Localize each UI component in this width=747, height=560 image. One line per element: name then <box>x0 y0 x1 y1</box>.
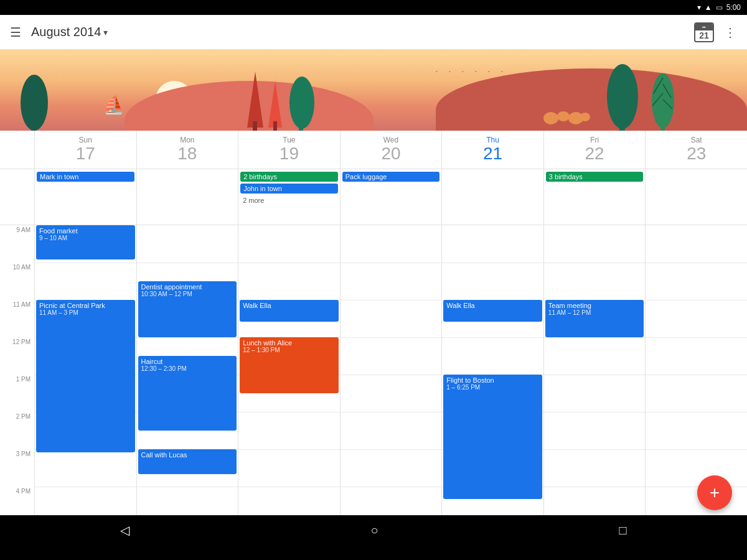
allday-sat <box>645 169 747 225</box>
allday-row: Mark in town 2 birthdays John in town 2 … <box>0 169 747 225</box>
header-illustration: ⛵ <box>0 50 747 131</box>
event-time: 11 AM – 12 PM <box>548 309 641 316</box>
today-button[interactable]: ▪▪ 21 <box>694 22 714 42</box>
hill2 <box>436 68 747 131</box>
event-flight-boston[interactable]: Flight to Boston 1 – 6:25 PM <box>443 375 542 499</box>
event-lunch-alice[interactable]: Lunch with Alice 12 – 1:30 PM <box>240 337 339 393</box>
home-button[interactable]: ○ <box>370 523 378 538</box>
allday-fri: 3 birthdays <box>543 169 646 225</box>
allday-mon <box>136 169 238 225</box>
day-num-sun: 17 <box>37 144 134 164</box>
event-title: Dentist appointment <box>141 283 234 291</box>
hour-line <box>238 487 340 487</box>
day-name-tue: Tue <box>241 136 337 144</box>
hour-line <box>137 337 238 338</box>
time-10am: 10 AM <box>0 263 34 300</box>
svg-point-8 <box>607 64 638 129</box>
event-team-meeting[interactable]: Team meeting 11 AM – 12 PM <box>545 300 644 337</box>
event-3-birthdays-fri[interactable]: 3 birthdays <box>546 172 644 182</box>
event-title: Food market <box>39 227 132 235</box>
hour-line <box>341 375 442 375</box>
app-container: ☰ August 2014 ▾ ▪▪ 21 ⋮ ⛵ <box>0 15 747 545</box>
day-headers: Sun 17 Mon 18 Tue 19 Wed 20 Thu 21 Fri 2… <box>0 131 747 169</box>
event-title: Haircut <box>141 358 234 365</box>
hour-line <box>238 412 340 413</box>
more-link-tue[interactable]: 2 more <box>240 197 338 204</box>
event-dentist[interactable]: Dentist appointment 10:30 AM – 12 PM <box>138 281 237 337</box>
hour-line <box>544 487 646 487</box>
event-food-market[interactable]: Food market 9 – 10 AM <box>36 225 135 259</box>
event-mark-in-town[interactable]: Mark in town <box>37 172 134 182</box>
time-1pm: 1 PM <box>0 375 34 412</box>
bush-decoration <box>542 109 591 128</box>
hour-line <box>341 263 442 263</box>
svg-point-10 <box>652 73 674 128</box>
day-col-sat <box>645 225 747 515</box>
menu-icon[interactable]: ☰ <box>10 25 21 40</box>
day-header-fri: Fri 22 <box>543 131 646 169</box>
event-time: 11 AM – 3 PM <box>39 309 132 316</box>
day-header-sun: Sun 17 <box>34 131 136 169</box>
svg-rect-7 <box>273 121 277 131</box>
svg-marker-4 <box>247 72 263 128</box>
svg-point-2 <box>289 77 314 129</box>
tree-right-tall <box>604 62 641 131</box>
tree-left-dark <box>17 72 52 131</box>
recent-button[interactable]: □ <box>619 523 626 538</box>
event-call-lucas[interactable]: Call with Lucas <box>138 449 237 474</box>
month-title[interactable]: August 2014 ▾ <box>31 25 108 39</box>
svg-point-16 <box>543 112 558 124</box>
hour-line <box>544 375 646 375</box>
event-title: Walk Ella <box>446 302 539 309</box>
hour-line <box>442 263 543 263</box>
top-bar: ☰ August 2014 ▾ ▪▪ 21 ⋮ <box>0 15 747 50</box>
hour-line <box>341 300 442 301</box>
hour-line <box>646 300 747 301</box>
top-bar-right: ▪▪ 21 ⋮ <box>694 22 737 42</box>
hour-line <box>238 449 340 450</box>
event-pack-luggage[interactable]: Pack luggage <box>342 172 440 182</box>
day-name-thu: Thu <box>444 136 541 144</box>
event-picnic[interactable]: Picnic at Central Park 11 AM – 3 PM <box>36 300 135 452</box>
time-3pm: 3 PM <box>0 449 34 487</box>
day-col-tue: Walk Ella Lunch with Alice 12 – 1:30 PM <box>238 225 340 515</box>
allday-wed: Pack luggage <box>340 169 442 225</box>
day-name-wed: Wed <box>343 136 439 144</box>
hour-line <box>646 449 747 450</box>
hour-line <box>544 337 646 338</box>
hour-line <box>341 337 442 338</box>
day-header-thu: Thu 21 <box>441 131 543 169</box>
tree-center <box>286 75 317 131</box>
hour-line <box>238 263 340 263</box>
status-bar: ▾ ▲ ▭ 5:00 <box>0 0 747 15</box>
tree-orange-right <box>268 81 283 131</box>
calendar-date: 21 <box>699 30 709 40</box>
event-title: Picnic at Central Park <box>39 302 132 309</box>
bottom-nav: ◁ ○ □ <box>0 515 747 545</box>
event-john-in-town[interactable]: John in town <box>240 184 338 194</box>
day-num-tue: 19 <box>241 144 337 164</box>
event-haircut[interactable]: Haircut 12:30 – 2:30 PM <box>138 356 237 431</box>
more-options-icon[interactable]: ⋮ <box>724 25 737 40</box>
hour-line <box>646 412 747 413</box>
event-time: 10:30 AM – 12 PM <box>141 291 234 297</box>
day-name-sat: Sat <box>648 136 745 144</box>
event-walk-ella-thu[interactable]: Walk Ella <box>443 300 542 322</box>
time-gutter-header <box>0 131 34 169</box>
hour-line <box>341 487 442 487</box>
day-name-fri: Fri <box>547 136 643 144</box>
battery-icon: ▭ <box>716 3 723 12</box>
svg-rect-5 <box>253 121 257 131</box>
event-2-birthdays-tue[interactable]: 2 birthdays <box>240 172 338 182</box>
hour-line <box>646 487 747 487</box>
fab-add-event[interactable]: + <box>697 475 732 510</box>
event-title: Flight to Boston <box>446 376 539 384</box>
boat-decoration: ⛵ <box>103 95 125 115</box>
time-2pm: 2 PM <box>0 412 34 449</box>
day-header-tue: Tue 19 <box>238 131 340 169</box>
back-button[interactable]: ◁ <box>120 523 129 538</box>
time-12pm: 12 PM <box>0 337 34 375</box>
signal-icon: ▲ <box>705 3 712 12</box>
event-walk-ella-tue[interactable]: Walk Ella <box>240 300 339 322</box>
hour-line <box>544 263 646 263</box>
